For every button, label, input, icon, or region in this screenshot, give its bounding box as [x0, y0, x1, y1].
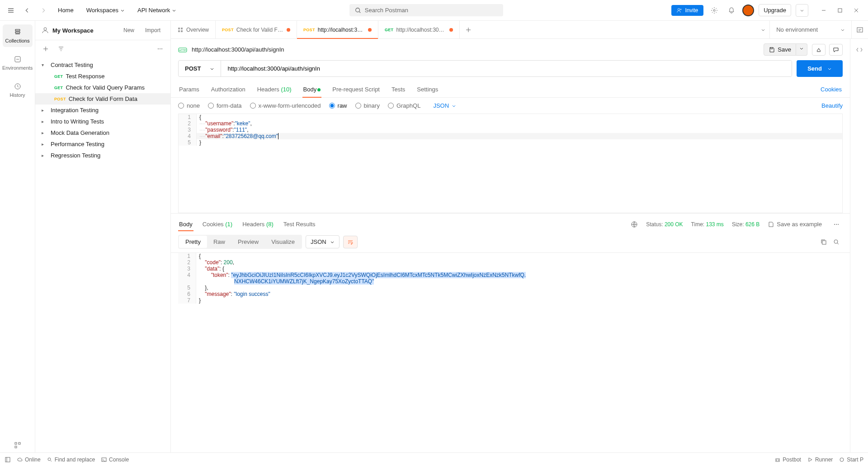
raw-format-select[interactable]: JSON: [433, 102, 456, 109]
copy-icon[interactable]: [817, 236, 830, 248]
runner-button[interactable]: Runner: [807, 456, 833, 463]
send-button[interactable]: Send: [797, 60, 843, 77]
more-icon[interactable]: [830, 218, 843, 231]
request-title: http://localhost:3000/api/auth/signIn: [192, 46, 284, 53]
invite-button[interactable]: Invite: [671, 5, 703, 16]
tab-prerequest[interactable]: Pre-request Script: [331, 81, 381, 97]
tab-request[interactable]: POST Check for Valid Form D: [216, 21, 297, 38]
folder-row[interactable]: ▸Mock Data Generation: [35, 127, 170, 138]
console-button[interactable]: Console: [101, 456, 129, 463]
body-type-binary[interactable]: binary: [355, 102, 380, 109]
tab-headers[interactable]: Headers (10): [256, 81, 292, 97]
tab-authorization[interactable]: Authorization: [210, 81, 246, 97]
response-body[interactable]: 1{ 2 "code": 200, 3 "data": { 4 "token":…: [178, 253, 843, 449]
find-replace[interactable]: Find and replace: [47, 456, 95, 463]
tab-body[interactable]: Body: [302, 81, 322, 97]
method-select[interactable]: POST: [179, 61, 221, 76]
svg-point-12: [161, 48, 162, 49]
body-type-formdata[interactable]: form-data: [208, 102, 242, 109]
postbot-button[interactable]: Postbot: [775, 456, 801, 463]
bell-icon[interactable]: [725, 4, 738, 17]
rail-configure[interactable]: [3, 438, 33, 452]
folder-row[interactable]: ▸Integration Testing: [35, 105, 170, 116]
folder-row[interactable]: ▸Intro to Writing Tests: [35, 116, 170, 127]
close-icon[interactable]: [849, 4, 863, 17]
tree-item[interactable]: GET Check for Valid Query Params: [35, 82, 170, 93]
beautify-button[interactable]: Beautify: [821, 102, 843, 109]
environment-select[interactable]: No environment: [769, 21, 851, 38]
tree-item[interactable]: POST Check for Valid Form Data: [35, 93, 170, 105]
view-preview[interactable]: Preview: [231, 236, 265, 248]
forward-icon[interactable]: [37, 4, 50, 17]
svg-rect-16: [181, 30, 183, 32]
more-icon[interactable]: [154, 43, 166, 55]
resp-tab-headers[interactable]: Headers (8): [241, 217, 274, 231]
search-input[interactable]: Search Postman: [349, 4, 503, 16]
search-icon[interactable]: [830, 236, 843, 248]
body-editor[interactable]: 1{ 2····"username":"keke", 3····"passwor…: [178, 114, 843, 213]
sidebar-toggle-icon[interactable]: [5, 456, 11, 463]
view-visualize[interactable]: Visualize: [265, 236, 301, 248]
online-status[interactable]: Online: [17, 456, 41, 463]
environment-quicklook-icon[interactable]: [851, 21, 868, 38]
start-proxy-button[interactable]: Start P: [839, 456, 863, 463]
tree-item[interactable]: GET Test Response: [35, 71, 170, 82]
tabs-chevron-icon[interactable]: [757, 24, 769, 36]
resp-tab-cookies[interactable]: Cookies (1): [202, 217, 233, 231]
add-tab-button[interactable]: [460, 27, 477, 33]
resp-tab-tests[interactable]: Test Results: [283, 217, 316, 231]
share-icon[interactable]: [812, 44, 826, 56]
robot-icon: [775, 457, 780, 462]
settings-icon[interactable]: [708, 4, 721, 17]
cookies-link[interactable]: Cookies: [820, 81, 843, 97]
minimize-icon[interactable]: [816, 4, 831, 17]
tab-tests[interactable]: Tests: [391, 81, 406, 97]
body-type-graphql[interactable]: GraphQL: [388, 102, 420, 109]
save-dropdown[interactable]: [796, 43, 807, 56]
resp-tab-body[interactable]: Body: [178, 217, 193, 231]
tab-params[interactable]: Params: [178, 81, 200, 97]
rail-history[interactable]: History: [3, 79, 33, 101]
wrap-lines-icon[interactable]: [343, 236, 358, 248]
workspaces-link[interactable]: Workspaces: [82, 4, 129, 16]
url-input[interactable]: [221, 61, 792, 76]
add-icon[interactable]: [40, 43, 52, 55]
avatar[interactable]: [742, 5, 754, 16]
save-as-example-button[interactable]: Save as example: [768, 221, 822, 228]
response-format-select[interactable]: JSON: [306, 235, 340, 248]
back-icon[interactable]: [21, 4, 33, 17]
person-icon: [42, 27, 49, 34]
chevron-right-icon: ▸: [42, 130, 48, 135]
body-type-none[interactable]: none: [178, 102, 200, 109]
code-icon[interactable]: [853, 43, 866, 56]
maximize-icon[interactable]: [833, 4, 847, 17]
tab-settings[interactable]: Settings: [416, 81, 439, 97]
folder-row[interactable]: ▸Performance Testing: [35, 138, 170, 150]
import-button[interactable]: Import: [142, 25, 164, 35]
url-row: POST Send: [171, 60, 850, 81]
comment-icon[interactable]: [829, 44, 843, 56]
body-type-raw[interactable]: raw: [329, 102, 347, 109]
svg-rect-3: [838, 9, 842, 12]
new-button[interactable]: New: [120, 25, 138, 35]
body-type-xwww[interactable]: x-www-form-urlencoded: [250, 102, 321, 109]
svg-point-27: [48, 458, 51, 461]
home-link[interactable]: Home: [53, 4, 78, 16]
filter-icon[interactable]: [55, 43, 67, 55]
rail-environments[interactable]: Environments: [3, 52, 33, 74]
tab-request[interactable]: POST http://localhost:3000/a: [297, 21, 378, 38]
folder-contract-testing[interactable]: ▾ Contract Testing: [35, 59, 170, 71]
save-button[interactable]: Save: [764, 43, 796, 56]
tab-request[interactable]: GET http://localhost:3000/ap: [378, 21, 460, 38]
folder-row[interactable]: ▸Regression Testing: [35, 150, 170, 161]
view-raw[interactable]: Raw: [207, 236, 231, 248]
method-badge: GET: [54, 74, 63, 79]
upgrade-button[interactable]: Upgrade: [759, 4, 791, 16]
upgrade-chevron-icon[interactable]: [796, 4, 808, 17]
globe-icon[interactable]: [631, 221, 638, 228]
api-network-link[interactable]: API Network: [133, 4, 181, 16]
tab-overview[interactable]: Overview: [171, 21, 216, 38]
rail-collections[interactable]: Collections: [3, 24, 33, 47]
menu-icon[interactable]: [5, 4, 17, 17]
view-pretty[interactable]: Pretty: [179, 236, 207, 248]
